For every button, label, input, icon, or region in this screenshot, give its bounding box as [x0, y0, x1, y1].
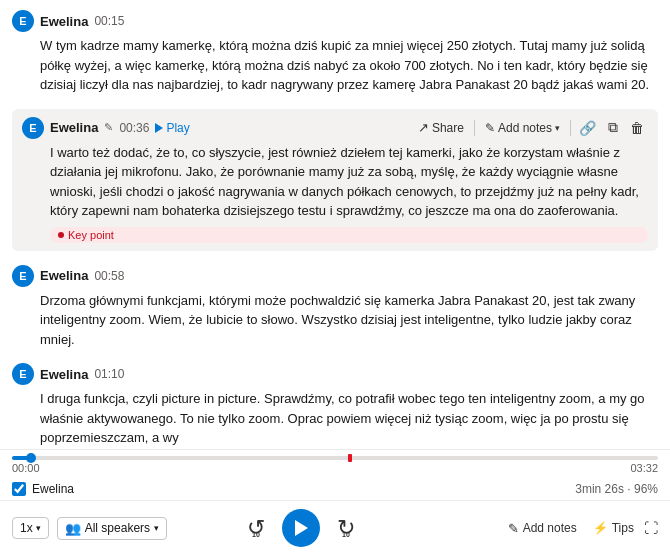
key-point-badge[interactable]: Key point	[50, 227, 648, 243]
copy-icon: ⧉	[608, 119, 618, 135]
timestamp-4: 01:10	[94, 367, 124, 381]
key-point-label: Key point	[68, 229, 114, 241]
share-btn[interactable]: Share	[412, 118, 470, 137]
timeline-times: 00:00 03:32	[12, 462, 658, 474]
play-main-btn[interactable]	[282, 509, 320, 547]
speaker-pct-val: 96%	[634, 482, 658, 496]
controls-center: ↺ 10 ↻ 10	[242, 509, 360, 547]
add-notes-bottom-btn[interactable]: ✎ Add notes	[502, 518, 583, 539]
share-icon	[418, 120, 429, 135]
timestamp-3: 00:58	[94, 269, 124, 283]
play-inline-btn[interactable]: Play	[155, 121, 189, 135]
speaker-name-2: Ewelina	[50, 120, 98, 135]
speakers-chevron: ▾	[154, 523, 159, 533]
transcript-text-3: Drzoma głównymi funkcjami, którymi może …	[12, 291, 658, 350]
skip-back-label: 10	[252, 531, 260, 538]
transcript-block-1: E Ewelina 00:15 W tym kadrze mamy kamerk…	[12, 10, 658, 95]
timeline-thumb	[26, 453, 36, 463]
skip-back-btn[interactable]: ↺ 10	[242, 514, 270, 542]
speakers-icon: 👥	[65, 521, 81, 536]
controls-right: ✎ Add notes ⚡ Tips ⛶	[502, 518, 658, 539]
link-icon: 🔗	[579, 120, 596, 136]
share-label: Share	[432, 121, 464, 135]
trash-icon: 🗑	[630, 120, 644, 136]
speaker-filter-row: Ewelina 3min 26s · 96%	[0, 478, 670, 500]
fullscreen-icon: ⛶	[644, 520, 658, 536]
speaker-header-4: E Ewelina 01:10	[12, 363, 658, 385]
copy-btn[interactable]: ⧉	[604, 117, 622, 138]
timeline-marker	[348, 454, 352, 462]
timestamp-1: 00:15	[94, 14, 124, 28]
speaker-filter-left: Ewelina	[12, 482, 74, 496]
fullscreen-btn[interactable]: ⛶	[644, 520, 658, 536]
avatar-2: E	[22, 117, 44, 139]
timeline-total: 03:32	[630, 462, 658, 474]
add-notes-bottom-icon: ✎	[508, 521, 519, 536]
timeline-container: 00:00 03:32	[0, 449, 670, 478]
speakers-label: All speakers	[85, 521, 150, 535]
add-notes-chevron: ▾	[555, 123, 560, 133]
transcript-text-1: W tym kadrze mamy kamerkę, którą można d…	[12, 36, 658, 95]
avatar-3: E	[12, 265, 34, 287]
speakers-btn[interactable]: 👥 All speakers ▾	[57, 517, 167, 540]
speed-btn[interactable]: 1x ▾	[12, 517, 49, 539]
toolbar-separator	[474, 120, 475, 136]
transcript-text-4: I druga funkcja, czyli picture in pictur…	[12, 389, 658, 448]
active-header-right: Share Add notes ▾ 🔗 ⧉ 🗑	[412, 117, 648, 138]
tips-label: Tips	[612, 521, 634, 535]
bottom-controls: 1x ▾ 👥 All speakers ▾ ↺ 10 ↻ 10 ✎ Add no…	[0, 500, 670, 555]
speed-chevron: ▾	[36, 523, 41, 533]
timeline-current: 00:00	[12, 462, 40, 474]
tips-btn[interactable]: ⚡ Tips	[593, 521, 634, 535]
play-triangle-icon	[155, 123, 163, 133]
speaker-name-1: Ewelina	[40, 14, 88, 29]
toolbar-sep2	[570, 120, 571, 136]
key-point-dot	[58, 232, 64, 238]
trash-btn[interactable]: 🗑	[626, 118, 648, 138]
speaker-header-1: E Ewelina 00:15	[12, 10, 658, 32]
tips-icon: ⚡	[593, 521, 608, 535]
transcript-block-3: E Ewelina 00:58 Drzoma głównymi funkcjam…	[12, 265, 658, 350]
speaker-checkbox[interactable]	[12, 482, 26, 496]
add-notes-block-btn[interactable]: Add notes ▾	[479, 119, 566, 137]
add-notes-bottom-label: Add notes	[523, 521, 577, 535]
timeline-bar[interactable]	[12, 456, 658, 460]
speaker-filter-right: 3min 26s · 96%	[575, 482, 658, 496]
add-notes-label: Add notes	[498, 121, 552, 135]
speaker-name-3: Ewelina	[40, 268, 88, 283]
speaker-name-4: Ewelina	[40, 367, 88, 382]
link-btn[interactable]: 🔗	[575, 118, 600, 138]
transcript-block-2: E Ewelina ✎ 00:36 Play Share Add notes	[12, 109, 658, 251]
speaker-duration: 3min 26s	[575, 482, 624, 496]
transcript-text-2: I warto też dodać, że to, co słyszycie, …	[22, 143, 648, 221]
avatar-4: E	[12, 363, 34, 385]
speaker-percent: ·	[627, 482, 634, 496]
active-header-left: E Ewelina ✎ 00:36 Play	[22, 117, 190, 139]
speaker-filter-label: Ewelina	[32, 482, 74, 496]
transcript-block-4: E Ewelina 01:10 I druga funkcja, czyli p…	[12, 363, 658, 448]
play-main-icon	[295, 520, 308, 536]
transcript-area: E Ewelina 00:15 W tym kadrze mamy kamerk…	[0, 0, 670, 449]
add-notes-icon	[485, 121, 495, 135]
edit-icon-2[interactable]: ✎	[104, 121, 113, 134]
avatar-1: E	[12, 10, 34, 32]
skip-fwd-label: 10	[342, 531, 350, 538]
speed-label: 1x	[20, 521, 33, 535]
timestamp-2: 00:36	[119, 121, 149, 135]
speaker-header-3: E Ewelina 00:58	[12, 265, 658, 287]
play-label: Play	[166, 121, 189, 135]
skip-fwd-btn[interactable]: ↻ 10	[332, 514, 360, 542]
